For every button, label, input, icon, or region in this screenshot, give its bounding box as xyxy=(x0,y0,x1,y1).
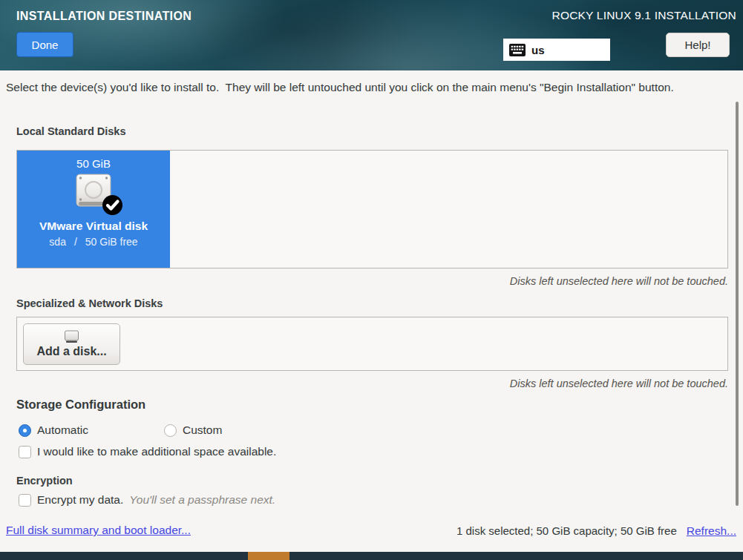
radio-custom-icon[interactable] xyxy=(164,424,177,437)
checkbox-encrypt-icon[interactable] xyxy=(19,494,31,507)
disk-size: 50 GiB xyxy=(17,157,170,170)
local-disks-panel: 50 GiB xyxy=(16,150,728,269)
encrypt-hint: You'll set a passphrase next. xyxy=(129,493,275,507)
specialized-disks-heading: Specialized & Network Disks xyxy=(16,297,163,309)
bottom-bar xyxy=(0,552,743,560)
product-title: ROCKY LINUX 9.1 INSTALLATION xyxy=(551,9,736,22)
storage-configuration-heading: Storage Configuration xyxy=(16,398,145,412)
add-disk-icon xyxy=(64,330,79,343)
radio-automatic-icon[interactable] xyxy=(19,424,31,437)
selected-check-icon xyxy=(102,195,122,218)
checkbox-additional-space[interactable]: I would like to make additional space av… xyxy=(19,445,276,458)
disk-device: sda xyxy=(49,236,66,248)
encrypt-label: Encrypt my data. xyxy=(37,493,123,507)
radio-automatic-label: Automatic xyxy=(37,424,88,437)
checkbox-additional-space-icon[interactable] xyxy=(19,446,31,458)
add-disk-label: Add a disk... xyxy=(36,345,106,358)
radio-automatic[interactable]: Automatic xyxy=(19,424,88,437)
done-button[interactable]: Done xyxy=(16,32,73,57)
local-disks-heading: Local Standard Disks xyxy=(16,125,125,137)
instructions-text: Select the device(s) you'd like to insta… xyxy=(6,79,713,95)
keyboard-layout-label: us xyxy=(531,44,545,56)
refresh-link[interactable]: Refresh... xyxy=(687,524,736,538)
checkbox-encrypt[interactable]: Encrypt my data. You'll set a passphrase… xyxy=(19,493,275,507)
disk-separator: / xyxy=(74,236,77,248)
disk-free: 50 GiB free xyxy=(85,236,138,248)
keyboard-layout-indicator[interactable]: us xyxy=(503,39,610,61)
specialized-disks-note: Disks left unselected here will not be t… xyxy=(510,378,728,389)
disk-info: sda / 50 GiB free xyxy=(17,236,170,248)
keyboard-icon xyxy=(509,44,526,56)
help-button[interactable]: Help! xyxy=(666,33,730,57)
add-disk-button[interactable]: Add a disk... xyxy=(23,323,120,365)
additional-space-label: I would like to make additional space av… xyxy=(37,445,276,458)
bottom-bar-accent xyxy=(248,552,289,560)
vertical-scrollbar[interactable] xyxy=(736,102,739,506)
disk-tile-sda[interactable]: 50 GiB xyxy=(17,151,170,268)
page-title: INSTALLATION DESTINATION xyxy=(16,10,192,23)
local-disks-note: Disks left unselected here will not be t… xyxy=(510,275,728,287)
radio-custom[interactable]: Custom xyxy=(164,424,222,437)
specialized-disks-panel: Add a disk... xyxy=(16,317,728,371)
header-banner: INSTALLATION DESTINATION Done ROCKY LINU… xyxy=(0,0,743,70)
selection-status: 1 disk selected; 50 GiB capacity; 50 GiB… xyxy=(456,524,677,537)
radio-custom-label: Custom xyxy=(183,424,222,437)
full-disk-summary-link[interactable]: Full disk summary and boot loader... xyxy=(6,524,191,537)
disk-name: VMware Virtual disk xyxy=(17,220,170,233)
encryption-heading: Encryption xyxy=(16,475,73,487)
